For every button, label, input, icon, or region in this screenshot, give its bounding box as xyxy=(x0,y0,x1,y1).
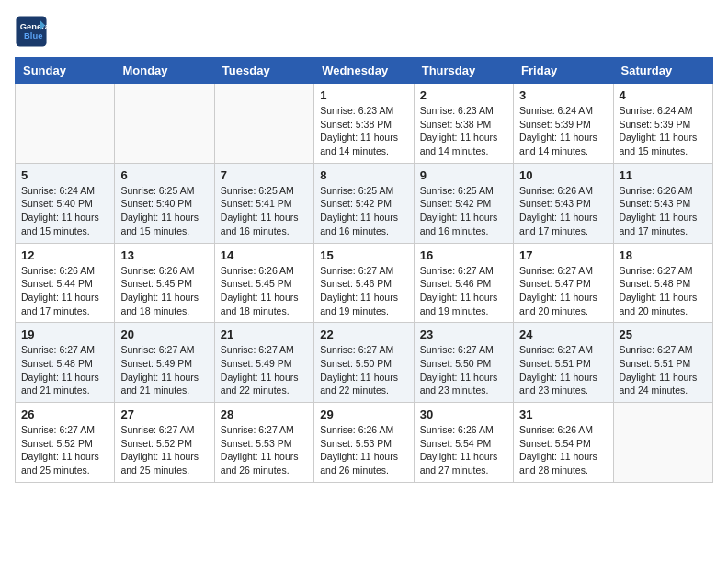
day-info: Sunrise: 6:24 AMSunset: 5:39 PMDaylight:… xyxy=(620,104,707,158)
calendar-cell: 28Sunrise: 6:27 AMSunset: 5:53 PMDayligh… xyxy=(214,403,313,483)
day-info: Sunrise: 6:26 AMSunset: 5:45 PMDaylight:… xyxy=(221,264,308,318)
day-info: Sunrise: 6:25 AMSunset: 5:42 PMDaylight:… xyxy=(320,184,407,238)
day-number: 11 xyxy=(620,168,707,182)
calendar-cell: 9Sunrise: 6:25 AMSunset: 5:42 PMDaylight… xyxy=(414,163,513,243)
weekday-header-tuesday: Tuesday xyxy=(214,58,313,84)
day-info: Sunrise: 6:26 AMSunset: 5:54 PMDaylight:… xyxy=(519,423,607,477)
day-info: Sunrise: 6:27 AMSunset: 5:51 PMDaylight:… xyxy=(620,343,707,397)
calendar-cell: 10Sunrise: 6:26 AMSunset: 5:43 PMDayligh… xyxy=(514,163,613,243)
calendar-cell: 4Sunrise: 6:24 AMSunset: 5:39 PMDaylight… xyxy=(613,84,712,164)
day-number: 29 xyxy=(320,408,407,421)
day-number: 30 xyxy=(420,408,507,421)
day-number: 5 xyxy=(21,168,108,182)
day-number: 8 xyxy=(320,168,407,182)
week-row-1: 1Sunrise: 6:23 AMSunset: 5:38 PMDaylight… xyxy=(16,84,713,164)
week-row-2: 5Sunrise: 6:24 AMSunset: 5:40 PMDaylight… xyxy=(16,163,713,243)
day-info: Sunrise: 6:27 AMSunset: 5:46 PMDaylight:… xyxy=(320,264,407,318)
calendar-cell: 20Sunrise: 6:27 AMSunset: 5:49 PMDayligh… xyxy=(115,323,214,403)
day-number: 10 xyxy=(519,168,607,182)
day-info: Sunrise: 6:27 AMSunset: 5:49 PMDaylight:… xyxy=(221,343,308,397)
day-info: Sunrise: 6:27 AMSunset: 5:48 PMDaylight:… xyxy=(620,264,707,318)
calendar-cell: 21Sunrise: 6:27 AMSunset: 5:49 PMDayligh… xyxy=(214,323,313,403)
day-info: Sunrise: 6:26 AMSunset: 5:45 PMDaylight:… xyxy=(120,264,208,318)
day-number: 13 xyxy=(120,248,208,262)
day-info: Sunrise: 6:27 AMSunset: 5:53 PMDaylight:… xyxy=(221,423,308,477)
day-info: Sunrise: 6:27 AMSunset: 5:49 PMDaylight:… xyxy=(120,343,208,397)
weekday-header-thursday: Thursday xyxy=(414,58,513,84)
day-number: 19 xyxy=(21,327,108,341)
calendar-cell: 22Sunrise: 6:27 AMSunset: 5:50 PMDayligh… xyxy=(314,323,414,403)
day-info: Sunrise: 6:23 AMSunset: 5:38 PMDaylight:… xyxy=(420,104,507,158)
day-number: 27 xyxy=(120,408,208,421)
day-info: Sunrise: 6:25 AMSunset: 5:42 PMDaylight:… xyxy=(420,184,507,238)
day-number: 16 xyxy=(420,248,507,262)
calendar-cell: 13Sunrise: 6:26 AMSunset: 5:45 PMDayligh… xyxy=(115,243,214,323)
calendar-cell: 24Sunrise: 6:27 AMSunset: 5:51 PMDayligh… xyxy=(514,323,613,403)
calendar-cell: 29Sunrise: 6:26 AMSunset: 5:53 PMDayligh… xyxy=(314,403,414,483)
calendar-cell: 30Sunrise: 6:26 AMSunset: 5:54 PMDayligh… xyxy=(414,403,513,483)
calendar-cell: 14Sunrise: 6:26 AMSunset: 5:45 PMDayligh… xyxy=(214,243,313,323)
day-number: 3 xyxy=(519,88,607,102)
weekday-header-saturday: Saturday xyxy=(613,58,712,84)
calendar-cell: 23Sunrise: 6:27 AMSunset: 5:50 PMDayligh… xyxy=(414,323,513,403)
day-info: Sunrise: 6:26 AMSunset: 5:43 PMDaylight:… xyxy=(620,184,707,238)
day-info: Sunrise: 6:27 AMSunset: 5:47 PMDaylight:… xyxy=(519,264,607,318)
calendar-cell: 16Sunrise: 6:27 AMSunset: 5:46 PMDayligh… xyxy=(414,243,513,323)
svg-text:Blue: Blue xyxy=(24,31,42,40)
day-info: Sunrise: 6:27 AMSunset: 5:51 PMDaylight:… xyxy=(519,343,607,397)
calendar-table: SundayMondayTuesdayWednesdayThursdayFrid… xyxy=(15,57,713,483)
day-number: 2 xyxy=(420,88,507,102)
calendar-cell: 17Sunrise: 6:27 AMSunset: 5:47 PMDayligh… xyxy=(514,243,613,323)
day-info: Sunrise: 6:23 AMSunset: 5:38 PMDaylight:… xyxy=(320,104,407,158)
day-number: 31 xyxy=(519,408,607,421)
day-number: 22 xyxy=(320,327,407,341)
calendar-cell: 27Sunrise: 6:27 AMSunset: 5:52 PMDayligh… xyxy=(115,403,214,483)
calendar-cell: 1Sunrise: 6:23 AMSunset: 5:38 PMDaylight… xyxy=(314,84,414,164)
day-number: 1 xyxy=(320,88,407,102)
weekday-header-sunday: Sunday xyxy=(16,58,115,84)
day-info: Sunrise: 6:27 AMSunset: 5:50 PMDaylight:… xyxy=(320,343,407,397)
calendar-cell: 19Sunrise: 6:27 AMSunset: 5:48 PMDayligh… xyxy=(16,323,115,403)
day-info: Sunrise: 6:26 AMSunset: 5:53 PMDaylight:… xyxy=(320,423,407,477)
day-number: 26 xyxy=(21,408,108,421)
header: General Blue xyxy=(15,15,713,48)
day-info: Sunrise: 6:26 AMSunset: 5:54 PMDaylight:… xyxy=(420,423,507,477)
day-number: 6 xyxy=(120,168,208,182)
day-info: Sunrise: 6:24 AMSunset: 5:40 PMDaylight:… xyxy=(21,184,108,238)
weekday-header-monday: Monday xyxy=(115,58,214,84)
calendar-cell xyxy=(16,84,115,164)
calendar-cell: 7Sunrise: 6:25 AMSunset: 5:41 PMDaylight… xyxy=(214,163,313,243)
calendar-cell: 25Sunrise: 6:27 AMSunset: 5:51 PMDayligh… xyxy=(613,323,712,403)
day-number: 24 xyxy=(519,327,607,341)
calendar-cell: 3Sunrise: 6:24 AMSunset: 5:39 PMDaylight… xyxy=(514,84,613,164)
calendar-cell: 31Sunrise: 6:26 AMSunset: 5:54 PMDayligh… xyxy=(514,403,613,483)
day-number: 14 xyxy=(221,248,308,262)
calendar-cell xyxy=(115,84,214,164)
day-info: Sunrise: 6:27 AMSunset: 5:52 PMDaylight:… xyxy=(21,423,108,477)
day-info: Sunrise: 6:26 AMSunset: 5:43 PMDaylight:… xyxy=(519,184,607,238)
day-info: Sunrise: 6:25 AMSunset: 5:41 PMDaylight:… xyxy=(221,184,308,238)
week-row-3: 12Sunrise: 6:26 AMSunset: 5:44 PMDayligh… xyxy=(16,243,713,323)
week-row-5: 26Sunrise: 6:27 AMSunset: 5:52 PMDayligh… xyxy=(16,403,713,483)
day-number: 15 xyxy=(320,248,407,262)
weekday-header-row: SundayMondayTuesdayWednesdayThursdayFrid… xyxy=(16,58,713,84)
weekday-header-wednesday: Wednesday xyxy=(314,58,414,84)
day-info: Sunrise: 6:27 AMSunset: 5:46 PMDaylight:… xyxy=(420,264,507,318)
weekday-header-friday: Friday xyxy=(514,58,613,84)
calendar-cell: 18Sunrise: 6:27 AMSunset: 5:48 PMDayligh… xyxy=(613,243,712,323)
day-info: Sunrise: 6:26 AMSunset: 5:44 PMDaylight:… xyxy=(21,264,108,318)
day-number: 28 xyxy=(221,408,308,421)
day-number: 18 xyxy=(620,248,707,262)
calendar-cell xyxy=(613,403,712,483)
calendar-cell: 8Sunrise: 6:25 AMSunset: 5:42 PMDaylight… xyxy=(314,163,414,243)
week-row-4: 19Sunrise: 6:27 AMSunset: 5:48 PMDayligh… xyxy=(16,323,713,403)
day-info: Sunrise: 6:25 AMSunset: 5:40 PMDaylight:… xyxy=(120,184,208,238)
day-number: 12 xyxy=(21,248,108,262)
day-number: 9 xyxy=(420,168,507,182)
day-info: Sunrise: 6:27 AMSunset: 5:50 PMDaylight:… xyxy=(420,343,507,397)
day-number: 23 xyxy=(420,327,507,341)
day-number: 25 xyxy=(620,327,707,341)
calendar-cell: 11Sunrise: 6:26 AMSunset: 5:43 PMDayligh… xyxy=(613,163,712,243)
day-number: 7 xyxy=(221,168,308,182)
calendar-cell: 2Sunrise: 6:23 AMSunset: 5:38 PMDaylight… xyxy=(414,84,513,164)
